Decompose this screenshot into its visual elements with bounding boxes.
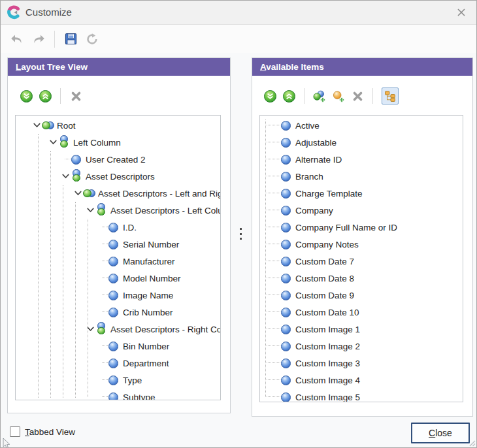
layout-tree-panel: Layout Tree View Root: [7, 57, 231, 413]
main-toolbar: [1, 25, 476, 53]
list-item[interactable]: Custom Image 1: [260, 321, 463, 338]
save-icon[interactable]: [63, 31, 78, 47]
delete-button[interactable]: [351, 89, 364, 103]
sphere-icon: [108, 220, 120, 234]
available-items-box: Active Adjustable Alternate ID Branch Ch…: [259, 115, 463, 402]
tree-chevron-slot[interactable]: [98, 372, 107, 389]
tree-node[interactable]: Department: [16, 355, 220, 372]
move-down-button[interactable]: [20, 89, 33, 103]
list-item[interactable]: Custom Date 10: [260, 304, 463, 321]
sphere-icon: [280, 135, 292, 150]
close-button[interactable]: Close: [411, 423, 470, 443]
resize-grip-icon[interactable]: [468, 439, 476, 447]
tree-node[interactable]: Type: [16, 372, 220, 389]
list-item-label: Charge Template: [295, 189, 363, 199]
sphere-icon: [71, 152, 82, 167]
tree-node[interactable]: Model Number: [16, 270, 220, 287]
redo-icon[interactable]: [31, 31, 46, 47]
close-window-icon[interactable]: [455, 7, 467, 18]
double-chevron-up-icon: [39, 90, 52, 103]
tree-chevron-slot[interactable]: [86, 202, 95, 219]
list-item[interactable]: Alternate ID: [260, 151, 463, 168]
move-down-button[interactable]: [263, 89, 276, 103]
undo-icon[interactable]: [9, 31, 25, 47]
sphere-icon: [108, 288, 120, 302]
close-text: lose: [435, 428, 452, 438]
delete-button[interactable]: [69, 89, 82, 103]
tree-node[interactable]: Root: [16, 117, 220, 134]
list-item[interactable]: Custom Image 5: [260, 389, 463, 402]
tree-chevron-slot[interactable]: [98, 304, 107, 321]
revert-icon[interactable]: [84, 31, 100, 47]
tree-node[interactable]: Manufacturer: [16, 253, 220, 270]
tree-chevron-slot[interactable]: [98, 219, 107, 236]
tree-node[interactable]: Asset Descriptors - Left and Right: [16, 185, 220, 202]
header-text: vailable Items: [266, 62, 324, 72]
tree-node[interactable]: Asset Descriptors - Left Column: [16, 202, 220, 219]
tree-node[interactable]: Left Column: [16, 134, 220, 151]
tree-chevron-slot[interactable]: [32, 117, 41, 134]
list-item[interactable]: Company Notes: [260, 236, 463, 253]
tree-chevron-slot[interactable]: [48, 134, 58, 151]
tree-guide-line: [50, 151, 51, 398]
header-mnemonic: L: [16, 62, 21, 72]
tree-chevron-slot[interactable]: [98, 253, 107, 270]
tree-chevron-slot[interactable]: [98, 389, 107, 400]
sphere-icon: [108, 305, 120, 319]
tabbed-view-checkbox[interactable]: [10, 426, 20, 437]
tree-guide-line: [38, 134, 39, 398]
list-item[interactable]: Active: [260, 117, 463, 134]
list-item[interactable]: Company: [260, 202, 463, 219]
tree-node[interactable]: Serial Number: [16, 236, 220, 253]
list-item[interactable]: Custom Image 4: [260, 372, 463, 389]
chevron-down-icon: [33, 123, 41, 128]
tree-node[interactable]: Asset Descriptors - Right Column: [16, 321, 220, 338]
list-item[interactable]: Custom Image 2: [260, 338, 463, 355]
tree-view-toggle-button[interactable]: [382, 88, 399, 104]
move-up-button[interactable]: [39, 89, 52, 103]
list-item-label: Branch: [295, 172, 323, 182]
list-item[interactable]: Charge Template: [260, 185, 463, 202]
tree-chevron-slot[interactable]: [61, 168, 70, 185]
tree-chevron-slot[interactable]: [98, 338, 107, 355]
titlebar: Customize: [1, 1, 476, 25]
tree-node-label: Image Name: [123, 291, 173, 300]
list-item[interactable]: Custom Date 7: [260, 253, 463, 270]
add-item-button[interactable]: [332, 89, 345, 103]
tree-chevron-slot[interactable]: [98, 287, 107, 304]
list-item[interactable]: Company Full Name or ID: [260, 219, 463, 236]
add-group-spheres-icon: [313, 89, 326, 103]
tree-node[interactable]: I.D.: [16, 219, 220, 236]
available-items-rows: Active Adjustable Alternate ID Branch Ch…: [260, 117, 463, 402]
tree-chevron-slot[interactable]: [73, 185, 82, 202]
list-item[interactable]: Custom Date 8: [260, 270, 463, 287]
tree-node[interactable]: Image Name: [16, 287, 220, 304]
list-item-label: Active: [295, 121, 320, 131]
tree-node[interactable]: Subtype: [16, 389, 220, 400]
list-item-label: Company: [295, 206, 333, 216]
toolbar-separator: [60, 88, 61, 104]
tree-chevron-slot[interactable]: [98, 355, 107, 372]
tree-node[interactable]: Bin Number: [16, 338, 220, 355]
panel-splitter[interactable]: [234, 57, 250, 413]
tree-node-label: Subtype: [123, 392, 156, 401]
sphere-icon: [280, 169, 292, 184]
list-connector: [265, 219, 280, 236]
tree-chevron-slot[interactable]: [61, 151, 70, 168]
header-text: ayout Tree View: [21, 62, 88, 72]
window-title: Customize: [25, 1, 72, 24]
tree-node[interactable]: Crib Number: [16, 304, 220, 321]
list-item[interactable]: Custom Date 9: [260, 287, 463, 304]
tree-node[interactable]: Asset Descriptors: [16, 168, 220, 185]
list-item[interactable]: Custom Image 3: [260, 355, 463, 372]
list-connector: [265, 389, 280, 402]
list-item[interactable]: Branch: [260, 168, 463, 185]
tree-node[interactable]: User Created 2: [16, 151, 220, 168]
tree-chevron-slot[interactable]: [98, 270, 107, 287]
add-group-button[interactable]: [313, 89, 326, 103]
move-up-button[interactable]: [282, 89, 295, 103]
tree-chevron-slot[interactable]: [98, 236, 107, 253]
list-item[interactable]: Adjustable: [260, 134, 463, 151]
list-connector: [265, 338, 280, 355]
tree-node-label: Manufacturer: [123, 257, 175, 266]
